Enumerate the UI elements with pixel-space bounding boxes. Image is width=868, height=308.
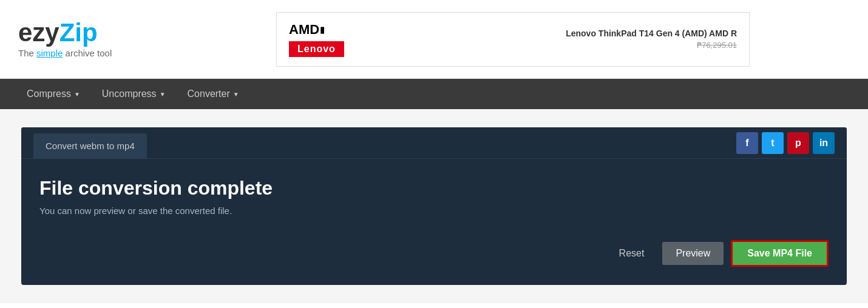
action-row: Reset Preview Save MP4 File [39,240,829,267]
twitter-icon: t [771,138,774,149]
logo-tagline: The simple archive tool [18,48,152,58]
logo-zip: Zip [59,18,98,47]
header: ezyZip The simple archive tool AMD▮ Leno… [0,0,868,79]
content-card: Convert webm to mp4 f t p in File conver… [21,127,847,285]
nav-item-converter[interactable]: Converter ▼ [179,80,248,108]
conversion-subtitle: You can now preview or save the converte… [39,206,829,216]
uncompress-chevron-icon: ▼ [160,91,166,98]
facebook-icon: f [745,138,748,149]
ad-logos: AMD▮ Lenovo [289,22,344,57]
ad-area: AMD▮ Lenovo Lenovo ThinkPad T14 Gen 4 (A… [176,11,850,67]
linkedin-icon: in [819,138,828,149]
reset-button[interactable]: Reset [608,242,656,265]
navbar: Compress ▼ Uncompress ▼ Converter ▼ [0,79,868,109]
conversion-title: File conversion complete [39,177,829,199]
save-mp4-button[interactable]: Save MP4 File [731,240,829,267]
amd-corner: ▮ [320,25,325,35]
logo[interactable]: ezyZip [18,20,152,45]
tagline-prefix: The [18,48,36,58]
card-body: File conversion complete You can now pre… [21,159,847,285]
lenovo-badge: Lenovo [289,41,344,57]
ad-product-name: Lenovo ThinkPad T14 Gen 4 (AMD) AMD R [566,28,737,38]
pinterest-icon: p [795,138,801,149]
ad-product: Lenovo ThinkPad T14 Gen 4 (AMD) AMD R ₱7… [566,28,737,50]
pinterest-button[interactable]: p [787,132,809,154]
nav-converter-label: Converter [188,89,230,99]
main-content: Convert webm to mp4 f t p in File conver… [0,109,868,303]
nav-compress-label: Compress [27,89,71,99]
tagline-simple: simple [36,48,63,58]
nav-uncompress-label: Uncompress [102,89,157,99]
preview-button[interactable]: Preview [662,242,724,265]
logo-ezy: ezy [18,18,59,47]
nav-item-compress[interactable]: Compress ▼ [18,80,89,108]
amd-logo: AMD▮ [289,22,344,38]
amd-text: AMD [289,22,319,38]
facebook-button[interactable]: f [736,132,758,154]
nav-item-uncompress[interactable]: Uncompress ▼ [93,80,174,108]
card-tab-row: Convert webm to mp4 f t p in [21,127,847,159]
ad-banner[interactable]: AMD▮ Lenovo Lenovo ThinkPad T14 Gen 4 (A… [276,12,750,67]
logo-area: ezyZip The simple archive tool [18,20,152,58]
social-buttons: f t p in [736,132,835,154]
card-tab: Convert webm to mp4 [33,133,147,158]
twitter-button[interactable]: t [762,132,784,154]
tagline-suffix: archive tool [63,48,112,58]
ad-product-price: ₱76,295.01 [566,41,737,50]
compress-chevron-icon: ▼ [74,91,80,98]
linkedin-button[interactable]: in [813,132,835,154]
converter-chevron-icon: ▼ [233,91,239,98]
